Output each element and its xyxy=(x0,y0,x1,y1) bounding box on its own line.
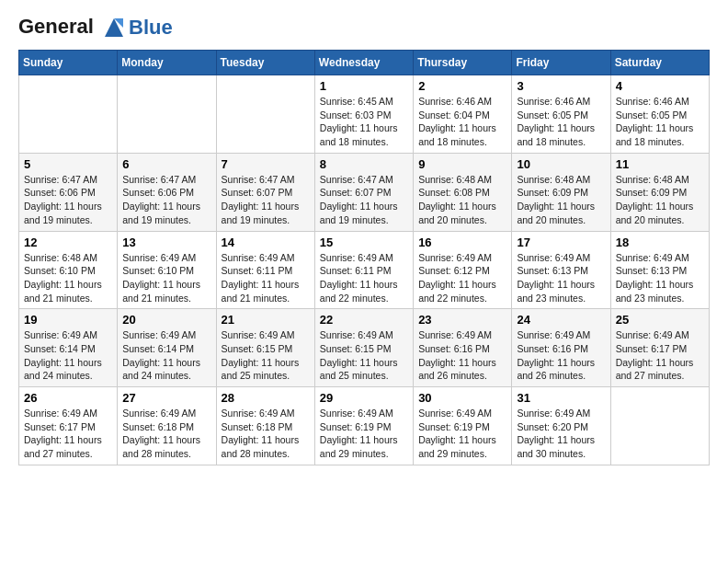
day-info: Sunrise: 6:49 AMSunset: 6:16 PMDaylight:… xyxy=(418,328,506,383)
calendar-cell: 1Sunrise: 6:45 AMSunset: 6:03 PMDaylight… xyxy=(314,75,413,154)
day-info: Sunrise: 6:47 AMSunset: 6:06 PMDaylight:… xyxy=(24,173,112,227)
calendar-cell: 21Sunrise: 6:49 AMSunset: 6:15 PMDayligh… xyxy=(216,309,314,387)
calendar-cell xyxy=(610,387,709,465)
day-info: Sunrise: 6:49 AMSunset: 6:13 PMDaylight:… xyxy=(517,251,605,305)
day-number: 1 xyxy=(320,79,408,93)
day-info: Sunrise: 6:49 AMSunset: 6:19 PMDaylight:… xyxy=(320,407,408,461)
day-number: 20 xyxy=(122,313,210,327)
day-info: Sunrise: 6:46 AMSunset: 6:05 PMDaylight:… xyxy=(517,95,605,149)
logo-general: General xyxy=(18,15,94,38)
calendar-cell: 16Sunrise: 6:49 AMSunset: 6:12 PMDayligh… xyxy=(414,231,512,309)
day-info: Sunrise: 6:49 AMSunset: 6:19 PMDaylight:… xyxy=(418,407,506,461)
day-info: Sunrise: 6:48 AMSunset: 6:08 PMDaylight:… xyxy=(418,173,506,227)
calendar-cell: 9Sunrise: 6:48 AMSunset: 6:08 PMDaylight… xyxy=(414,153,512,231)
day-info: Sunrise: 6:47 AMSunset: 6:07 PMDaylight:… xyxy=(222,173,310,227)
logo: General Blue xyxy=(18,15,173,40)
day-info: Sunrise: 6:49 AMSunset: 6:17 PMDaylight:… xyxy=(616,328,704,383)
calendar-cell: 10Sunrise: 6:48 AMSunset: 6:09 PMDayligh… xyxy=(512,153,610,231)
day-number: 16 xyxy=(418,236,506,249)
day-info: Sunrise: 6:47 AMSunset: 6:06 PMDaylight:… xyxy=(122,173,210,227)
day-info: Sunrise: 6:47 AMSunset: 6:07 PMDaylight:… xyxy=(320,173,408,227)
calendar-cell: 2Sunrise: 6:46 AMSunset: 6:04 PMDaylight… xyxy=(414,75,512,154)
day-info: Sunrise: 6:46 AMSunset: 6:05 PMDaylight:… xyxy=(616,95,704,149)
calendar-cell: 27Sunrise: 6:49 AMSunset: 6:18 PMDayligh… xyxy=(118,387,216,465)
day-number: 17 xyxy=(517,236,605,249)
calendar-cell xyxy=(216,75,314,154)
day-number: 14 xyxy=(222,236,310,249)
day-number: 31 xyxy=(517,391,605,405)
calendar-cell: 15Sunrise: 6:49 AMSunset: 6:11 PMDayligh… xyxy=(314,231,413,309)
day-number: 23 xyxy=(418,313,506,327)
weekday-monday: Monday xyxy=(118,51,216,75)
calendar-cell: 17Sunrise: 6:49 AMSunset: 6:13 PMDayligh… xyxy=(512,231,610,309)
day-number: 9 xyxy=(418,157,506,171)
day-number: 13 xyxy=(122,236,210,249)
day-number: 7 xyxy=(222,157,310,171)
weekday-wednesday: Wednesday xyxy=(314,51,413,75)
calendar-cell: 8Sunrise: 6:47 AMSunset: 6:07 PMDaylight… xyxy=(314,153,413,231)
calendar-cell: 6Sunrise: 6:47 AMSunset: 6:06 PMDaylight… xyxy=(118,153,216,231)
day-number: 10 xyxy=(517,157,605,171)
calendar-cell: 30Sunrise: 6:49 AMSunset: 6:19 PMDayligh… xyxy=(414,387,512,465)
calendar-cell: 19Sunrise: 6:49 AMSunset: 6:14 PMDayligh… xyxy=(19,309,118,387)
calendar-cell: 23Sunrise: 6:49 AMSunset: 6:16 PMDayligh… xyxy=(414,309,512,387)
calendar-cell: 29Sunrise: 6:49 AMSunset: 6:19 PMDayligh… xyxy=(314,387,413,465)
day-number: 22 xyxy=(320,313,408,327)
calendar-table: SundayMondayTuesdayWednesdayThursdayFrid… xyxy=(18,50,710,465)
weekday-header-row: SundayMondayTuesdayWednesdayThursdayFrid… xyxy=(19,51,710,75)
day-number: 2 xyxy=(418,79,506,93)
day-info: Sunrise: 6:49 AMSunset: 6:18 PMDaylight:… xyxy=(122,407,210,461)
calendar-cell: 4Sunrise: 6:46 AMSunset: 6:05 PMDaylight… xyxy=(610,75,709,154)
calendar-cell: 31Sunrise: 6:49 AMSunset: 6:20 PMDayligh… xyxy=(512,387,610,465)
day-info: Sunrise: 6:49 AMSunset: 6:11 PMDaylight:… xyxy=(320,251,408,305)
day-info: Sunrise: 6:48 AMSunset: 6:09 PMDaylight:… xyxy=(517,173,605,227)
day-info: Sunrise: 6:48 AMSunset: 6:10 PMDaylight:… xyxy=(24,251,112,305)
calendar-cell: 26Sunrise: 6:49 AMSunset: 6:17 PMDayligh… xyxy=(19,387,118,465)
day-info: Sunrise: 6:49 AMSunset: 6:15 PMDaylight:… xyxy=(320,328,408,383)
day-number: 25 xyxy=(616,313,704,327)
day-info: Sunrise: 6:49 AMSunset: 6:15 PMDaylight:… xyxy=(222,328,310,383)
weekday-saturday: Saturday xyxy=(610,51,709,75)
weekday-tuesday: Tuesday xyxy=(216,51,314,75)
day-number: 12 xyxy=(24,236,112,249)
day-info: Sunrise: 6:49 AMSunset: 6:17 PMDaylight:… xyxy=(24,407,112,461)
calendar-cell xyxy=(118,75,216,154)
day-number: 29 xyxy=(320,391,408,405)
page: General Blue SundayMondayTuesdayWednesda… xyxy=(0,0,728,480)
day-number: 30 xyxy=(418,391,506,405)
day-number: 27 xyxy=(122,391,210,405)
calendar-cell: 22Sunrise: 6:49 AMSunset: 6:15 PMDayligh… xyxy=(314,309,413,387)
calendar-cell: 14Sunrise: 6:49 AMSunset: 6:11 PMDayligh… xyxy=(216,231,314,309)
weekday-thursday: Thursday xyxy=(414,51,512,75)
day-info: Sunrise: 6:49 AMSunset: 6:14 PMDaylight:… xyxy=(24,328,112,383)
week-row-2: 5Sunrise: 6:47 AMSunset: 6:06 PMDaylight… xyxy=(19,153,710,231)
calendar-cell xyxy=(19,75,118,154)
calendar-cell: 28Sunrise: 6:49 AMSunset: 6:18 PMDayligh… xyxy=(216,387,314,465)
day-info: Sunrise: 6:49 AMSunset: 6:13 PMDaylight:… xyxy=(616,251,704,305)
day-number: 6 xyxy=(122,157,210,171)
day-number: 28 xyxy=(222,391,310,405)
weekday-friday: Friday xyxy=(512,51,610,75)
calendar-cell: 5Sunrise: 6:47 AMSunset: 6:06 PMDaylight… xyxy=(19,153,118,231)
day-number: 5 xyxy=(24,157,112,171)
day-info: Sunrise: 6:49 AMSunset: 6:16 PMDaylight:… xyxy=(517,328,605,383)
calendar-cell: 18Sunrise: 6:49 AMSunset: 6:13 PMDayligh… xyxy=(610,231,709,309)
weekday-sunday: Sunday xyxy=(19,51,118,75)
calendar-cell: 7Sunrise: 6:47 AMSunset: 6:07 PMDaylight… xyxy=(216,153,314,231)
week-row-1: 1Sunrise: 6:45 AMSunset: 6:03 PMDaylight… xyxy=(19,75,710,154)
calendar-cell: 25Sunrise: 6:49 AMSunset: 6:17 PMDayligh… xyxy=(610,309,709,387)
day-number: 3 xyxy=(517,79,605,93)
day-number: 19 xyxy=(24,313,112,327)
day-number: 11 xyxy=(616,157,704,171)
day-info: Sunrise: 6:46 AMSunset: 6:04 PMDaylight:… xyxy=(418,95,506,149)
day-info: Sunrise: 6:49 AMSunset: 6:18 PMDaylight:… xyxy=(222,407,310,461)
day-number: 26 xyxy=(24,391,112,405)
header: General Blue xyxy=(18,15,710,40)
week-row-4: 19Sunrise: 6:49 AMSunset: 6:14 PMDayligh… xyxy=(19,309,710,387)
calendar-cell: 20Sunrise: 6:49 AMSunset: 6:14 PMDayligh… xyxy=(118,309,216,387)
day-number: 24 xyxy=(517,313,605,327)
day-info: Sunrise: 6:49 AMSunset: 6:12 PMDaylight:… xyxy=(418,251,506,305)
logo-icon xyxy=(101,15,127,40)
day-number: 4 xyxy=(616,79,704,93)
day-info: Sunrise: 6:48 AMSunset: 6:09 PMDaylight:… xyxy=(616,173,704,227)
